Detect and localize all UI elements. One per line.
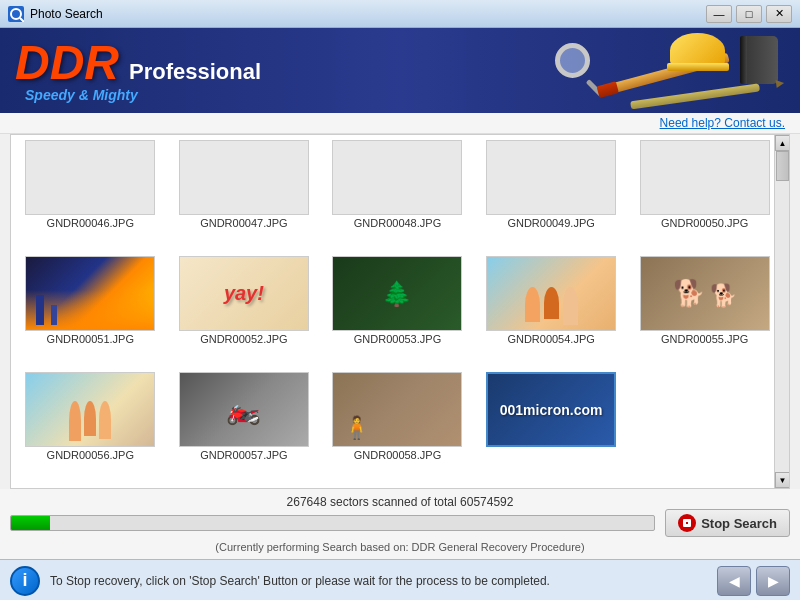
scroll-track	[775, 151, 789, 472]
scroll-thumb[interactable]	[776, 151, 789, 181]
stop-icon	[678, 514, 696, 532]
forward-button[interactable]: ▶	[756, 566, 790, 596]
scroll-down-button[interactable]: ▼	[775, 472, 790, 488]
stop-search-label: Stop Search	[701, 516, 777, 531]
photo-item[interactable]: GNDR00049.JPG	[477, 140, 626, 251]
photo-thumbnail-empty	[25, 140, 155, 215]
photo-grid: GNDR00046.JPGGNDR00047.JPGGNDR00048.JPGG…	[16, 140, 784, 483]
photo-thumbnail: 🧍	[332, 372, 462, 447]
photo-label: GNDR00053.JPG	[354, 333, 441, 345]
watermark-logo: 001micron.com	[486, 372, 616, 447]
progress-bar-fill	[11, 516, 50, 530]
window-controls: — □ ✕	[706, 5, 792, 23]
photo-label: GNDR00055.JPG	[661, 333, 748, 345]
photo-label: GNDR00049.JPG	[507, 217, 594, 229]
progress-row: Stop Search	[10, 509, 790, 537]
app-icon	[8, 6, 24, 22]
info-icon: i	[10, 566, 40, 596]
photo-thumbnail	[25, 372, 155, 447]
photo-label: GNDR00056.JPG	[47, 449, 134, 461]
window-title: Photo Search	[30, 7, 706, 21]
scroll-up-button[interactable]: ▲	[775, 135, 790, 151]
photo-item[interactable]: 🌲GNDR00053.JPG	[323, 256, 472, 367]
scrollbar[interactable]: ▲ ▼	[774, 135, 789, 488]
app-logo: DDR Professional Speedy & Mighty	[15, 39, 261, 103]
photo-thumbnail	[486, 256, 616, 331]
header-banner: DDR Professional Speedy & Mighty	[0, 28, 800, 113]
photo-item[interactable]: GNDR00051.JPG	[16, 256, 165, 367]
back-button[interactable]: ◀	[717, 566, 751, 596]
photo-item[interactable]: yay!GNDR00052.JPG	[170, 256, 319, 367]
title-bar: Photo Search — □ ✕	[0, 0, 800, 28]
photo-grid-container: GNDR00046.JPGGNDR00047.JPGGNDR00048.JPGG…	[10, 134, 790, 489]
photo-label: GNDR00054.JPG	[507, 333, 594, 345]
photo-label: GNDR00048.JPG	[354, 217, 441, 229]
photo-item[interactable]: GNDR00050.JPG	[630, 140, 779, 251]
maximize-button[interactable]: □	[736, 5, 762, 23]
photo-item[interactable]: 🏍️GNDR00057.JPG	[170, 372, 319, 483]
stop-icon-inner	[683, 519, 691, 527]
watermark-item: 001micron.com	[477, 372, 626, 483]
professional-text: Professional	[129, 59, 261, 85]
navigation-buttons: ◀ ▶	[717, 566, 790, 596]
minimize-button[interactable]: —	[706, 5, 732, 23]
photo-label: GNDR00047.JPG	[200, 217, 287, 229]
photo-thumbnail-empty	[486, 140, 616, 215]
photo-thumbnail-empty	[640, 140, 770, 215]
status-bar: i To Stop recovery, click on 'Stop Searc…	[0, 559, 800, 600]
photo-item[interactable]: GNDR00047.JPG	[170, 140, 319, 251]
close-button[interactable]: ✕	[766, 5, 792, 23]
photo-item[interactable]: GNDR00046.JPG	[16, 140, 165, 251]
progress-area: 267648 sectors scanned of total 60574592…	[0, 489, 800, 559]
help-bar: Need help? Contact us.	[0, 113, 800, 134]
procedure-text: (Currently performing Search based on: D…	[10, 541, 790, 553]
photo-label: GNDR00050.JPG	[661, 217, 748, 229]
photo-label: GNDR00052.JPG	[200, 333, 287, 345]
info-char: i	[22, 570, 27, 591]
sectors-text: 267648 sectors scanned of total 60574592	[10, 495, 790, 509]
photo-thumbnail: 🐕🐕	[640, 256, 770, 331]
header-tools	[550, 28, 790, 113]
stop-search-button[interactable]: Stop Search	[665, 509, 790, 537]
photo-thumbnail: yay!	[179, 256, 309, 331]
photo-item[interactable]: GNDR00048.JPG	[323, 140, 472, 251]
photo-thumbnail-empty	[179, 140, 309, 215]
photo-thumbnail: 🌲	[332, 256, 462, 331]
photo-item[interactable]: 🐕🐕GNDR00055.JPG	[630, 256, 779, 367]
photo-label: GNDR00046.JPG	[47, 217, 134, 229]
photo-thumbnail: 🏍️	[179, 372, 309, 447]
photo-label: GNDR00057.JPG	[200, 449, 287, 461]
photo-label: GNDR00051.JPG	[47, 333, 134, 345]
photo-thumbnail	[25, 256, 155, 331]
photo-item[interactable]: GNDR00056.JPG	[16, 372, 165, 483]
ddr-text: DDR	[15, 39, 119, 87]
photo-item[interactable]: GNDR00054.JPG	[477, 256, 626, 367]
status-message: To Stop recovery, click on 'Stop Search'…	[50, 574, 707, 588]
tagline-text: Speedy & Mighty	[25, 87, 261, 103]
photo-item[interactable]: 🧍GNDR00058.JPG	[323, 372, 472, 483]
photo-label: GNDR00058.JPG	[354, 449, 441, 461]
photo-thumbnail-empty	[332, 140, 462, 215]
help-link[interactable]: Need help? Contact us.	[660, 116, 785, 130]
progress-bar-container	[10, 515, 655, 531]
